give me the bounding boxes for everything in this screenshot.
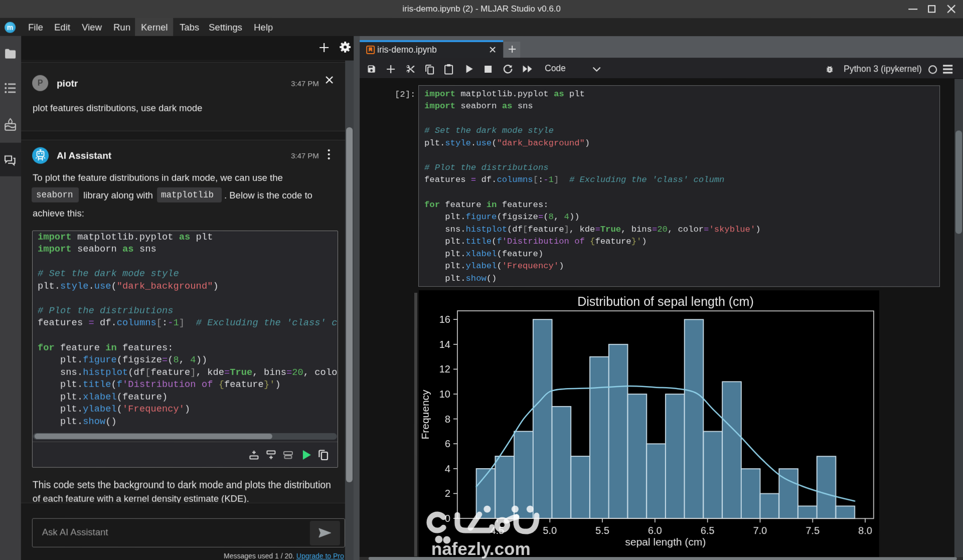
svg-text:sepal length (cm): sepal length (cm) <box>625 536 706 547</box>
svg-text:5.5: 5.5 <box>595 525 609 536</box>
svg-text:16: 16 <box>439 314 450 325</box>
svg-text:14: 14 <box>439 339 450 350</box>
svg-text:8: 8 <box>445 414 450 425</box>
svg-text:Frequency: Frequency <box>419 390 431 440</box>
svg-text:nafezly.com: nafezly.com <box>431 539 531 558</box>
svg-text:7.5: 7.5 <box>806 525 820 536</box>
svg-text:4: 4 <box>445 463 450 474</box>
svg-text:6.0: 6.0 <box>648 525 662 536</box>
svg-text:2: 2 <box>445 488 450 499</box>
svg-text:10: 10 <box>439 389 450 400</box>
svg-text:6: 6 <box>445 438 450 449</box>
svg-text:Distribution of sepal length (: Distribution of sepal length (cm) <box>577 294 754 308</box>
svg-text:7.0: 7.0 <box>753 525 767 536</box>
svg-text:12: 12 <box>439 363 450 375</box>
svg-text:8.0: 8.0 <box>858 525 872 536</box>
svg-text:6.5: 6.5 <box>701 525 715 536</box>
